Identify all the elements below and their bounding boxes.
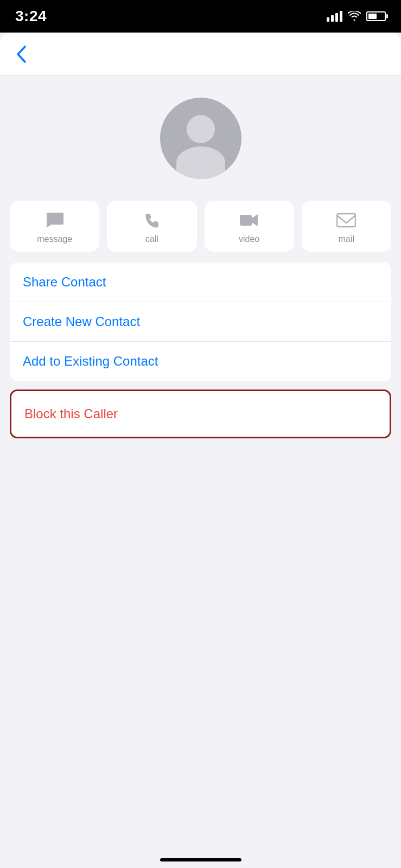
svg-rect-0 [240, 215, 252, 226]
share-contact-item[interactable]: Share Contact [10, 263, 391, 302]
video-button[interactable]: video [205, 201, 294, 252]
home-indicator [160, 858, 241, 861]
message-icon [45, 210, 65, 230]
block-caller-button[interactable]: Block this Caller [11, 391, 390, 437]
contact-options-menu: Share Contact Create New Contact Add to … [10, 263, 391, 381]
nav-bar [0, 33, 401, 76]
block-caller-container: Block this Caller [10, 390, 391, 438]
svg-rect-1 [337, 214, 355, 227]
video-label: video [239, 234, 259, 244]
action-buttons-row: message call video mail [0, 201, 401, 252]
call-button[interactable]: call [107, 201, 196, 252]
back-button[interactable] [11, 40, 31, 68]
call-icon [142, 210, 162, 230]
status-icons [327, 11, 386, 22]
call-label: call [145, 234, 158, 244]
status-bar: 3:24 [0, 0, 401, 33]
mail-label: mail [339, 234, 354, 244]
mail-icon [336, 210, 356, 230]
battery-icon [366, 11, 386, 21]
create-new-contact-item[interactable]: Create New Contact [10, 302, 391, 342]
add-to-existing-contact-item[interactable]: Add to Existing Contact [10, 342, 391, 381]
signal-strength-icon [327, 11, 342, 22]
message-button[interactable]: message [10, 201, 99, 252]
avatar [160, 98, 241, 179]
avatar-section [0, 76, 401, 201]
mail-button[interactable]: mail [302, 201, 391, 252]
message-label: message [37, 234, 72, 244]
video-icon [239, 210, 259, 230]
status-time: 3:24 [15, 8, 47, 25]
wifi-icon [348, 11, 361, 21]
